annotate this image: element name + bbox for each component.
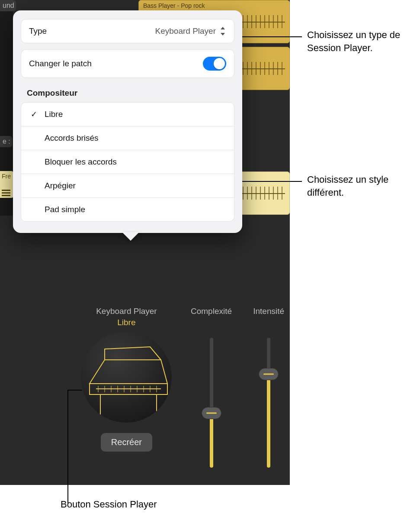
type-field-label: Type: [29, 26, 47, 36]
style-option-label: Accords brisés: [45, 133, 99, 143]
style-list: ✓ Libre Accords brisés Bloquer les accor…: [21, 102, 234, 222]
slider-thumb[interactable]: [259, 368, 279, 380]
complexity-slider[interactable]: [201, 338, 222, 468]
player-style-label: Libre: [117, 318, 135, 327]
type-dropdown-value: Keyboard Player: [155, 26, 216, 36]
callout-type-text: Choisissez un type de Session Player.: [307, 29, 420, 54]
session-player-button[interactable]: [81, 332, 172, 423]
check-icon: ✓: [29, 110, 38, 119]
hamburger-icon: [2, 190, 12, 196]
compositeur-section-title: Compositeur: [27, 88, 234, 98]
slider-fill: [210, 413, 213, 468]
style-option-label: Arpégier: [45, 181, 76, 191]
player-type-label: Keyboard Player: [96, 307, 157, 316]
style-option-bloquer[interactable]: Bloquer les accords: [21, 150, 234, 174]
callout-leader-line: [67, 390, 82, 391]
track-region-handle[interactable]: Fre: [0, 171, 14, 198]
callout-button-text: Bouton Session Player: [61, 499, 157, 510]
callout-leader-line: [232, 181, 302, 182]
style-option-pad-simple[interactable]: Pad simple: [21, 198, 234, 221]
up-down-chevron-icon: [219, 26, 226, 36]
change-patch-label: Changer le patch: [29, 59, 92, 68]
track-region-text: Fre: [2, 173, 12, 180]
slider-fill: [267, 374, 270, 468]
style-option-libre[interactable]: ✓ Libre: [21, 103, 234, 126]
intensity-column: Intensité: [247, 307, 290, 468]
player-column: Keyboard Player Libre: [78, 307, 175, 452]
type-dropdown[interactable]: Keyboard Player: [155, 26, 226, 36]
complexity-column: Complexité: [188, 307, 235, 468]
recreate-button[interactable]: Recréer: [101, 433, 152, 452]
session-player-popover: Type Keyboard Player Changer le patch Co…: [13, 10, 242, 233]
session-player-inspector: Keyboard Player Libre: [0, 216, 290, 485]
intensity-slider[interactable]: [258, 338, 279, 468]
type-row: Type Keyboard Player: [21, 19, 234, 43]
piano-icon: [81, 332, 172, 423]
intensity-label: Intensité: [253, 307, 284, 316]
callout-style-text: Choisissez un style différent.: [307, 173, 420, 199]
change-patch-toggle[interactable]: [203, 57, 226, 71]
track-region-label: Bass Player - Pop rock: [143, 2, 205, 9]
callout-leader-line: [67, 390, 68, 503]
style-option-arpegier[interactable]: Arpégier: [21, 174, 234, 198]
style-option-accords-brises[interactable]: Accords brisés: [21, 126, 234, 150]
track-header-fragment: e :: [0, 136, 12, 147]
change-patch-row: Changer le patch: [21, 49, 234, 78]
track-header-fragment: und: [0, 0, 16, 11]
style-option-label: Pad simple: [45, 205, 85, 214]
complexity-label: Complexité: [191, 307, 232, 316]
style-option-label: Bloquer les accords: [45, 157, 117, 167]
slider-thumb[interactable]: [202, 407, 221, 419]
callout-leader-line: [232, 36, 302, 37]
style-option-label: Libre: [45, 110, 63, 119]
